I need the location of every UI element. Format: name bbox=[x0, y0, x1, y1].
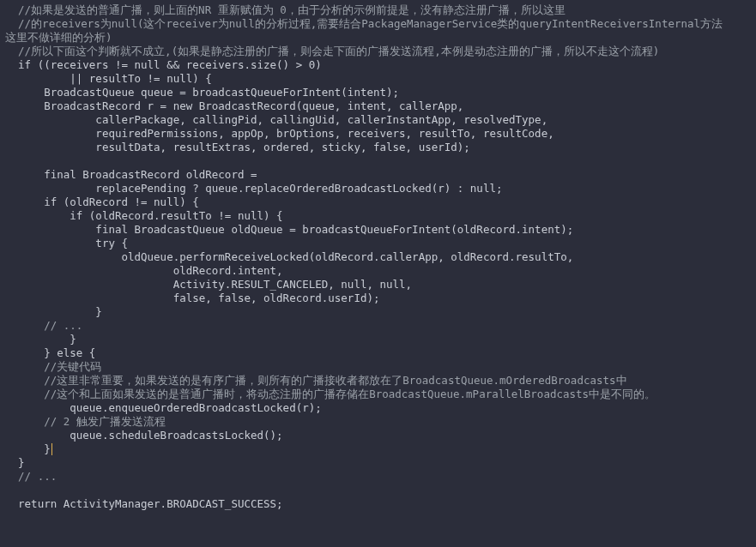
code-line: } bbox=[5, 442, 751, 456]
code-line: return ActivityManager.BROADCAST_SUCCESS… bbox=[5, 497, 751, 511]
code-line: 这里不做详细的分析) bbox=[5, 31, 751, 45]
code-line: } bbox=[5, 333, 751, 346]
code-line: final BroadcastQueue oldQueue = broadcas… bbox=[5, 223, 751, 237]
code-editor[interactable]: //如果是发送的普通广播，则上面的NR 重新赋值为 0，由于分析的示例前提是，没… bbox=[0, 0, 756, 514]
code-line: resultData, resultExtras, ordered, stick… bbox=[5, 141, 751, 154]
code-line: if ((receivers != null && receivers.size… bbox=[5, 58, 751, 72]
code-line: } bbox=[5, 456, 751, 470]
code-line: Activity.RESULT_CANCELED, null, null, bbox=[5, 278, 751, 292]
code-line: } bbox=[5, 305, 751, 319]
code-line: //如果是发送的普通广播，则上面的NR 重新赋值为 0，由于分析的示例前提是，没… bbox=[5, 3, 751, 17]
code-line: oldQueue.performReceiveLocked(oldRecord.… bbox=[5, 250, 751, 264]
code-line: if (oldRecord != null) { bbox=[5, 195, 751, 209]
code-line: //这里非常重要，如果发送的是有序广播，则所有的广播接收者都放在了Broadca… bbox=[5, 374, 751, 388]
code-line: queue.enqueueOrderedBroadcastLocked(r); bbox=[5, 401, 751, 415]
code-line: //关键代码 bbox=[5, 360, 751, 374]
code-line: BroadcastRecord r = new BroadcastRecord(… bbox=[5, 99, 751, 113]
code-line: try { bbox=[5, 237, 751, 250]
code-line: oldRecord.intent, bbox=[5, 264, 751, 278]
code-line bbox=[5, 154, 751, 168]
code-line: final BroadcastRecord oldRecord = bbox=[5, 168, 751, 182]
code-line: if (oldRecord.resultTo != null) { bbox=[5, 209, 751, 223]
code-line: || resultTo != null) { bbox=[5, 72, 751, 86]
code-line: false, false, oldRecord.userId); bbox=[5, 292, 751, 305]
code-line: //的receivers为null(这个receiver为null的分析过程,需… bbox=[5, 17, 751, 31]
code-line: } else { bbox=[5, 346, 751, 360]
code-line: //所以下面这个判断就不成立,(如果是静态注册的广播，则会走下面的广播发送流程,… bbox=[5, 45, 751, 58]
code-line: queue.scheduleBroadcastsLocked(); bbox=[5, 429, 751, 442]
code-line: callerPackage, callingPid, callingUid, c… bbox=[5, 113, 751, 127]
code-line: // 2 触发广播发送流程 bbox=[5, 415, 751, 429]
code-line: //这个和上面如果发送的是普通广播时，将动态注册的广播存储在BroadcastQ… bbox=[5, 388, 751, 401]
text-cursor bbox=[51, 443, 52, 455]
code-line bbox=[5, 484, 751, 497]
code-line: BroadcastQueue queue = broadcastQueueFor… bbox=[5, 86, 751, 99]
code-line: requiredPermissions, appOp, brOptions, r… bbox=[5, 127, 751, 141]
code-line: // ... bbox=[5, 470, 751, 484]
code-line: // ... bbox=[5, 319, 751, 333]
code-line: replacePending ? queue.replaceOrderedBro… bbox=[5, 182, 751, 195]
